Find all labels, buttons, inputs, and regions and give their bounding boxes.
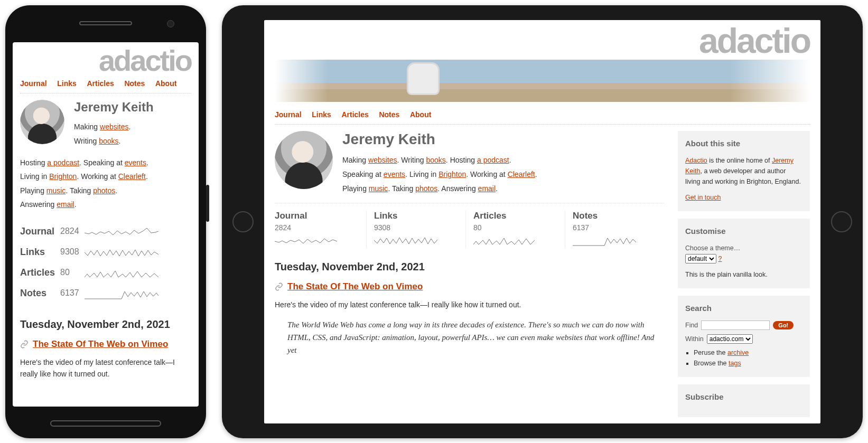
sidebar-search: Search Find Go! Within adactio.com Perus… — [678, 296, 810, 377]
main-nav: Journal Links Articles Notes About — [20, 76, 191, 93]
bio-link-photos[interactable]: photos — [415, 184, 437, 193]
sparkline-articles — [85, 268, 158, 279]
stat-row-links: Links 9308 — [20, 242, 164, 262]
nav-links[interactable]: Links — [312, 110, 331, 119]
main-nav: Journal Links Articles Notes About — [275, 107, 810, 125]
sparkline-journal — [85, 227, 158, 238]
stat-notes[interactable]: Notes 6137 — [565, 211, 664, 248]
nav-articles[interactable]: Articles — [87, 79, 114, 88]
bio-link-podcast[interactable]: a podcast — [47, 158, 79, 167]
header-banner — [275, 60, 810, 102]
bio-link-brighton[interactable]: Brighton — [438, 170, 466, 178]
phone-camera — [167, 20, 174, 27]
nav-links[interactable]: Links — [57, 79, 77, 88]
avatar[interactable] — [20, 100, 64, 144]
phone-power-button — [206, 185, 209, 222]
sparkline-journal — [275, 235, 338, 247]
sidebar: About this site Adactio is the online ho… — [678, 131, 810, 423]
tablet-home-right — [831, 211, 852, 232]
theme-help-link[interactable]: ? — [718, 255, 722, 262]
avatar[interactable] — [275, 131, 333, 189]
permalink-icon[interactable] — [20, 340, 29, 350]
search-find-label: Find — [685, 320, 698, 331]
search-within-select[interactable]: adactio.com — [707, 334, 753, 344]
site-logo[interactable]: adactio — [275, 25, 810, 56]
bio-link-events[interactable]: events — [125, 158, 146, 167]
stat-row-journal: Journal 2824 — [20, 221, 164, 242]
phone-speaker — [79, 21, 132, 25]
stat-articles[interactable]: Articles 80 — [465, 211, 565, 248]
sidebar-customise: Customise Choose a theme… default ? This… — [678, 219, 810, 288]
bio-link-music[interactable]: music — [369, 184, 388, 193]
author-bio: Making websites. Writing books. — [74, 120, 154, 148]
stats-table: Journal 2824 Links 9308 Articles 80 Note… — [20, 221, 164, 304]
bio-link-brighton[interactable]: Brighton — [49, 172, 77, 181]
nav-articles[interactable]: Articles — [341, 110, 368, 119]
nav-notes[interactable]: Notes — [124, 79, 145, 88]
search-browse-item: Browse the tags — [694, 358, 802, 369]
tablet-frame: adactio Journal Links Articles Notes Abo… — [222, 5, 863, 438]
nav-journal[interactable]: Journal — [20, 79, 47, 88]
author-bio-extra: Hosting a podcast. Speaking at events. L… — [20, 156, 191, 212]
subscribe-heading: Subscribe — [685, 391, 802, 403]
customise-heading: Customise — [685, 225, 802, 238]
stat-journal[interactable]: Journal 2824 — [275, 211, 366, 248]
about-heading: About this site — [685, 137, 802, 150]
stat-links[interactable]: Links 9308 — [366, 211, 465, 248]
bio-link-photos[interactable]: photos — [93, 186, 115, 195]
permalink-icon[interactable] — [275, 282, 283, 293]
bio-link-email[interactable]: email — [478, 184, 496, 193]
post-quote: The World Wide Web has come a long way i… — [275, 318, 664, 356]
archive-link[interactable]: archive — [727, 349, 749, 356]
sparkline-notes — [573, 235, 636, 247]
bio-link-events[interactable]: events — [384, 170, 405, 178]
stats-row: Journal 2824 Links 9308 Articles 80 — [275, 203, 664, 248]
bio-link-websites[interactable]: websites — [368, 156, 397, 164]
search-peruse-item: Peruse the archive — [694, 347, 802, 358]
post-title-link[interactable]: The State Of The Web on Vimeo — [287, 281, 423, 292]
sparkline-articles — [473, 235, 537, 247]
bio-link-clearleft[interactable]: Clearleft — [118, 172, 146, 181]
theme-desc: This is the plain vanilla look. — [685, 269, 802, 280]
phone-frame: adactio Journal Links Articles Notes Abo… — [5, 5, 206, 438]
post-title-link[interactable]: The State Of The Web on Vimeo — [33, 339, 168, 350]
tablet-screen: adactio Journal Links Articles Notes Abo… — [264, 20, 820, 423]
get-in-touch-link[interactable]: Get in touch — [685, 194, 721, 201]
site-logo[interactable]: adactio — [20, 48, 191, 74]
sparkline-links — [374, 235, 437, 247]
stat-row-articles: Articles 80 — [20, 262, 164, 283]
author-bio: Making websites. Writing books. Hosting … — [342, 153, 537, 195]
phone-screen: adactio Journal Links Articles Notes Abo… — [13, 42, 199, 407]
sparkline-notes — [85, 288, 158, 300]
post-date: Tuesday, November 2nd, 2021 — [20, 318, 191, 331]
author-name: Jeremy Keith — [342, 131, 537, 148]
sidebar-about: About this site Adactio is the online ho… — [678, 131, 810, 211]
stat-row-notes: Notes 6137 — [20, 283, 164, 304]
nav-about[interactable]: About — [155, 79, 176, 88]
nav-about[interactable]: About — [410, 110, 431, 119]
bio-link-clearleft[interactable]: Clearleft — [508, 170, 535, 178]
tablet-home-left — [232, 211, 254, 232]
bio-link-websites[interactable]: websites — [100, 122, 128, 131]
nav-journal[interactable]: Journal — [275, 110, 302, 119]
search-input[interactable] — [701, 321, 770, 330]
bio-link-email[interactable]: email — [57, 200, 74, 209]
nav-notes[interactable]: Notes — [379, 110, 399, 119]
sidebar-subscribe: Subscribe — [678, 384, 810, 417]
phone-home-bar — [50, 420, 161, 427]
post-date: Tuesday, November 2nd, 2021 — [275, 261, 664, 273]
tags-link[interactable]: tags — [729, 360, 741, 367]
search-go-button[interactable]: Go! — [773, 321, 794, 329]
about-link-adactio[interactable]: Adactio — [685, 157, 707, 164]
theme-select[interactable]: default — [685, 254, 716, 263]
bio-link-books[interactable]: books — [99, 137, 118, 145]
post-excerpt: Here's the video of my latest conference… — [275, 299, 664, 310]
bio-link-music[interactable]: music — [46, 186, 66, 195]
bio-link-books[interactable]: books — [426, 156, 445, 164]
theme-label: Choose a theme… — [685, 244, 740, 252]
bio-link-podcast[interactable]: a podcast — [477, 156, 509, 164]
search-heading: Search — [685, 302, 802, 315]
author-name: Jeremy Keith — [74, 100, 154, 115]
main-column: Jeremy Keith Making websites. Writing bo… — [275, 131, 664, 423]
post-excerpt: Here's the video of my latest conference… — [20, 356, 191, 380]
